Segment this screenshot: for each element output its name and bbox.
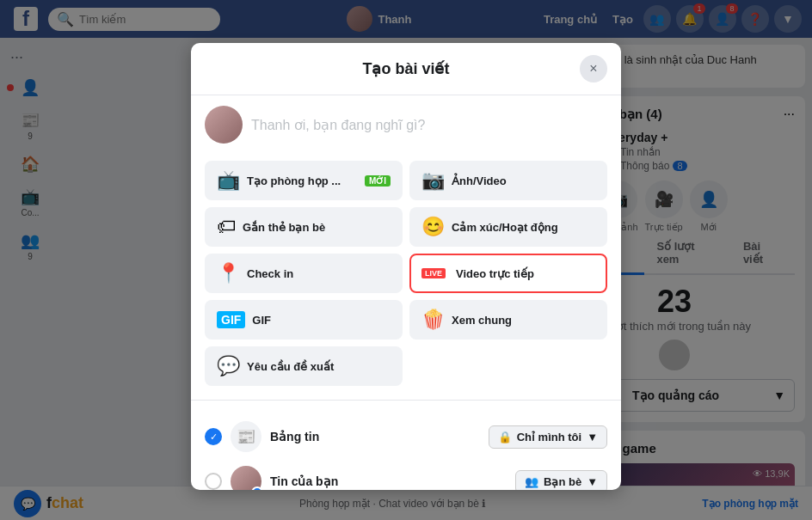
photo-video-btn[interactable]: 📷 Ảnh/Video xyxy=(409,161,607,200)
friends-avatar: + xyxy=(231,466,261,490)
modal-user-avatar xyxy=(205,106,243,144)
modal-placeholder-text[interactable]: Thanh ơi, bạn đang nghĩ gì? xyxy=(251,117,425,133)
checkin-label: Check in xyxy=(247,267,293,280)
privacy-dropdown-newsfeed[interactable]: 🔒 Chỉ mình tôi ▼ xyxy=(489,425,607,449)
suggest-btn[interactable]: 💬 Yêu cầu đề xuất xyxy=(205,346,403,386)
suggest-icon: 💬 xyxy=(217,355,240,377)
avatar-plus-icon: + xyxy=(251,486,263,490)
modal-separator xyxy=(191,400,621,401)
gif-label: GIF xyxy=(252,314,271,327)
tag-friend-icon: 🏷 xyxy=(217,216,236,238)
feeling-icon: 😊 xyxy=(421,216,445,238)
gif-btn[interactable]: GIF GIF xyxy=(205,300,403,340)
checkin-btn[interactable]: 📍 Check in xyxy=(205,254,403,293)
privacy-newsfeed-label: Chỉ mình tôi xyxy=(517,431,582,444)
tag-friend-btn[interactable]: 🏷 Gắn thẻ bạn bè xyxy=(205,207,403,247)
watch-together-icon: 🍿 xyxy=(421,309,445,331)
friends-radio[interactable] xyxy=(205,473,222,490)
modal-close-button[interactable]: × xyxy=(580,55,607,83)
close-icon: × xyxy=(589,61,597,76)
create-room-icon: 📺 xyxy=(217,169,240,192)
live-video-label: Video trực tiếp xyxy=(456,267,534,280)
lock-icon: 🔒 xyxy=(498,431,512,444)
friends-label: Tin của bạn xyxy=(270,474,338,488)
modal-header: Tạo bài viết × xyxy=(191,43,621,95)
checkin-icon: 📍 xyxy=(217,262,240,284)
dropdown-arrow-newsfeed: ▼ xyxy=(587,431,598,444)
watch-together-label: Xem chung xyxy=(452,314,512,327)
privacy-dropdown-friends[interactable]: 👥 Bạn bè ▼ xyxy=(515,470,607,491)
feeling-btn[interactable]: 😊 Cảm xúc/Hoạt động xyxy=(409,207,607,247)
gif-icon: GIF xyxy=(217,311,245,328)
suggest-label: Yêu cầu đề xuất xyxy=(247,360,334,373)
news-feed-radio[interactable] xyxy=(205,428,222,445)
feeling-label: Cảm xúc/Hoạt động xyxy=(452,221,558,234)
create-room-label: Tạo phòng họp ... xyxy=(247,174,341,187)
friends-group-icon: 👥 xyxy=(525,475,538,488)
new-badge: MỚI xyxy=(365,175,391,187)
news-feed-label: Bảng tin xyxy=(270,430,319,444)
dropdown-arrow-friends: ▼ xyxy=(587,475,598,488)
modal-overlay[interactable]: Tạo bài viết × Thanh ơi, bạn đang nghĩ g… xyxy=(0,0,812,520)
modal-user-row: Thanh ơi, bạn đang nghĩ gì? xyxy=(191,95,621,154)
friends-option[interactable]: + Tin của bạn 👥 Bạn bè ▼ xyxy=(205,459,607,490)
tag-friend-label: Gắn thẻ bạn bè xyxy=(243,221,325,234)
photo-video-label: Ảnh/Video xyxy=(452,174,507,187)
watch-together-btn[interactable]: 🍿 Xem chung xyxy=(409,300,607,340)
modal-title: Tạo bài viết xyxy=(362,59,449,78)
news-feed-icon-wrap: 📰 xyxy=(231,421,261,452)
privacy-friends-label: Bạn bè xyxy=(544,475,581,488)
create-room-btn[interactable]: 📺 Tạo phòng họp ... MỚI xyxy=(205,161,403,200)
live-inline-badge: LIVE xyxy=(421,268,446,278)
photo-video-icon: 📷 xyxy=(421,169,445,192)
news-feed-option[interactable]: 📰 Bảng tin 🔒 Chỉ mình tôi ▼ xyxy=(205,414,607,459)
modal-actions-grid: 📺 Tạo phòng họp ... MỚI 📷 Ảnh/Video 🏷 Gắ… xyxy=(191,154,621,393)
modal-post-options: 📰 Bảng tin 🔒 Chỉ mình tôi ▼ + Tin của bạ… xyxy=(191,407,621,490)
create-post-modal: Tạo bài viết × Thanh ơi, bạn đang nghĩ g… xyxy=(191,43,621,490)
live-video-btn[interactable]: LIVE Video trực tiếp xyxy=(409,254,607,293)
